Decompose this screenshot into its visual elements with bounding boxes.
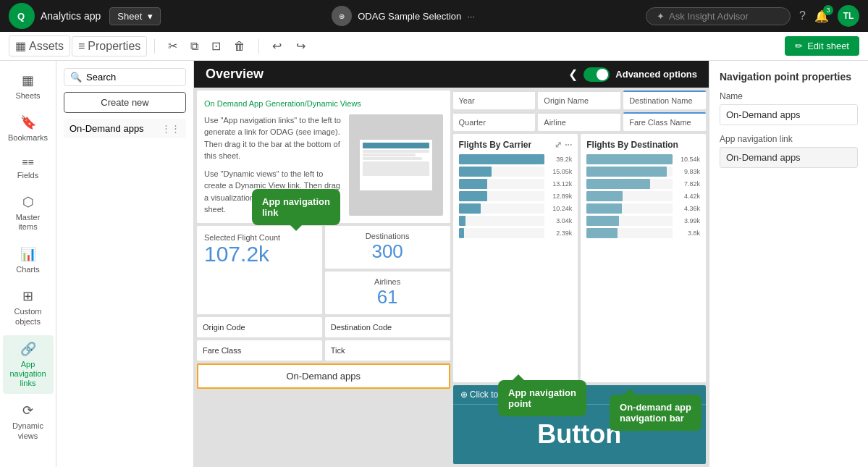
bar-row: 13.12k [459,179,573,189]
paste-btn[interactable]: ⊡ [206,36,227,56]
bar-container [459,203,545,214]
odag-selection: ⊕ ODAG Sample Selection ··· [169,6,637,26]
bar-label: 4.42k [675,193,700,200]
insight-bar[interactable]: ✦ Ask Insight Advisor [646,7,791,25]
insight-label: Ask Insight Advisor [669,11,749,22]
bar-fill [459,203,481,214]
bar-container [459,228,545,238]
edit-sheet-btn[interactable]: ✏ Edit sheet [785,36,859,56]
logo-area: Q Analytics app [9,3,101,29]
bar-row: 10.24k [459,203,573,214]
name-label: Name [720,91,858,101]
undo-redo: ↩ ↪ [266,36,311,56]
ondemand-bar[interactable]: On-Demand apps [197,363,450,389]
search-icon: 🔍 [70,72,82,83]
sidebar-item-charts[interactable]: 📊 Charts [3,240,54,279]
copy-btn[interactable]: ⧉ [185,37,204,56]
odag-more[interactable]: ··· [467,11,475,22]
bar-label: 3.99k [675,217,700,224]
cut-btn[interactable]: ✂ [162,36,183,56]
search-box[interactable]: 🔍 [64,68,186,86]
bar-row: 4.42k [586,191,700,201]
custom-objects-icon: ⊞ [22,288,33,304]
name-input[interactable] [720,104,858,125]
assets-label: Assets [29,40,64,53]
sidebar-item-master-items[interactable]: ⬡ Master items [3,188,54,237]
assets-btn[interactable]: ▦ Assets [9,35,70,56]
bar-fill [459,228,464,238]
main-area: ▦ Sheets 🔖 Bookmarks ≡≡ Fields ⬡ Master … [0,61,868,467]
ticket-field: Tick [325,340,450,361]
odag-label: ODAG Sample Selection [358,11,461,22]
toolbar: ▦ Assets ≡ Properties ✂ ⧉ ⊡ 🗑 ↩ ↪ ✏ Edit… [0,32,868,61]
topbar-right: ✦ Ask Insight Advisor ? 🔔 3 TL [646,5,859,27]
properties-label: Properties [88,40,140,53]
search-input[interactable] [86,72,180,83]
delete-btn[interactable]: 🗑 [228,37,251,56]
odag-link[interactable]: On Demand App Generation/Dynamic Views [204,98,443,110]
sheet-dropdown[interactable]: Sheet ▾ [109,7,161,25]
app-nav-label: App navigation link [720,134,858,144]
bookmarks-icon: 🔖 [20,114,36,130]
overview-toggle: ❮ Advanced options [568,67,697,82]
destination-code-field: Destination Code [325,317,450,337]
edit-sheet-label: Edit sheet [807,41,849,51]
avatar[interactable]: TL [838,5,859,27]
expand-icon[interactable]: ⤢ [555,140,562,150]
bar-fill [459,154,545,164]
sidebar-item-custom-objects[interactable]: ⊞ Custom objects [3,282,54,332]
redo-btn[interactable]: ↪ [290,36,311,56]
bar-row: 15.05k [459,167,573,177]
bar-row: 2.39k [459,228,573,238]
properties-icon: ≡ [78,40,85,53]
create-new-btn[interactable]: Create new [64,92,186,113]
on-demand-dots-icon[interactable]: ⋮⋮ [161,123,180,134]
chart1-bars: 39.2k 15.05k 13.12k 12.89k 10.24k [459,154,573,238]
filter-origin: Origin Name [538,91,620,109]
sidebar-item-fields[interactable]: ≡≡ Fields [3,151,54,185]
content-area: Overview ❮ Advanced options On Demand Ap… [194,61,868,467]
destinations-value: 300 [371,240,403,263]
bar-row: 10.54k [586,154,700,164]
sidebar-item-dynamic-views[interactable]: ⟳ Dynamic views [3,397,54,446]
bar-label: 39.2k [547,156,572,163]
bar-label: 10.24k [547,205,572,212]
svg-text:Q: Q [17,11,25,22]
bar-container [586,154,673,164]
on-demand-row[interactable]: On-Demand apps ⋮⋮ [64,119,186,138]
airlines-box: Airlines 61 [325,272,450,314]
chart1-more-icon[interactable]: ··· [565,140,572,150]
bar-label: 7.82k [675,180,700,188]
bar-fill [586,179,650,189]
bar-row: 3.04k [459,216,573,226]
topbar: Q Analytics app Sheet ▾ ⊕ ODAG Sample Se… [0,0,868,32]
chart2-title: Flights By Destination [586,140,678,150]
destinations-label: Destinations [366,232,410,240]
qlik-logo: Q [9,3,35,29]
sidebar-item-app-navigation-links[interactable]: 🔗 App navigation links [3,335,54,395]
app-nav-links-icon: 🔗 [20,341,36,357]
help-icon[interactable]: ? [799,9,806,22]
filter-destination: Destination Name [623,91,706,109]
chart1-title: Flights By Carrier [459,140,532,150]
advanced-toggle[interactable] [583,67,610,82]
undo-btn[interactable]: ↩ [266,36,287,56]
sidebar-item-bookmarks[interactable]: 🔖 Bookmarks [3,109,54,148]
overview-chevron-btn[interactable]: ❮ [568,67,578,81]
bar-label: 3.04k [547,217,572,224]
sidebar-item-sheets[interactable]: ▦ Sheets [3,67,54,106]
bar-fill [459,179,487,189]
app-nav-input[interactable] [720,147,858,168]
bar-container [586,216,673,226]
bar-row: 3.8k [586,228,700,238]
bar-row: 12.89k [459,191,573,201]
dynamic-views-icon: ⟳ [22,403,33,418]
notification-bell[interactable]: 🔔 3 [814,9,829,23]
bar-row: 9.83k [586,167,700,177]
assets-icon: ▦ [15,39,26,53]
advanced-options-label: Advanced options [615,69,697,80]
bar-fill [586,167,666,177]
separator-2 [258,39,259,54]
bar-fill [586,216,619,226]
properties-btn[interactable]: ≡ Properties [72,36,147,56]
